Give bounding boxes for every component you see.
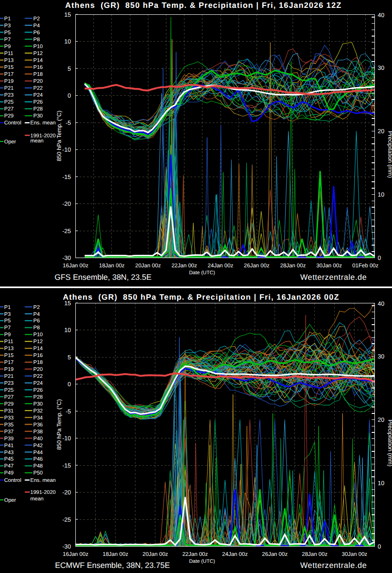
svg-text:P33: P33 <box>4 415 13 421</box>
svg-text:P8: P8 <box>33 325 40 331</box>
svg-text:5: 5 <box>67 354 71 361</box>
svg-text:850 hPa Temp. (°C): 850 hPa Temp. (°C) <box>56 111 62 161</box>
svg-text:P4: P4 <box>33 312 40 317</box>
svg-text:5: 5 <box>67 65 71 72</box>
svg-text:P24: P24 <box>33 92 43 98</box>
svg-text:22Jan 00z: 22Jan 00z <box>172 262 197 269</box>
svg-text:P11: P11 <box>4 51 13 56</box>
svg-text:0: 0 <box>378 254 381 261</box>
svg-text:P17: P17 <box>4 72 13 77</box>
svg-text:P20: P20 <box>33 79 43 84</box>
svg-text:P38: P38 <box>33 429 43 435</box>
svg-text:P31: P31 <box>4 408 13 414</box>
svg-text:30Jan 00z: 30Jan 00z <box>316 262 342 269</box>
svg-text:P49: P49 <box>4 470 13 476</box>
svg-text:24Jan 00z: 24Jan 00z <box>222 551 248 557</box>
svg-text:P12: P12 <box>33 51 43 56</box>
svg-text:P30: P30 <box>33 113 43 119</box>
svg-text:ECMWF Ensemble, 38N, 23.75E: ECMWF Ensemble, 38N, 23.75E <box>55 561 170 570</box>
svg-text:P36: P36 <box>33 422 43 428</box>
svg-text:P23: P23 <box>4 92 13 98</box>
svg-text:P21: P21 <box>4 374 13 379</box>
svg-text:P18: P18 <box>33 72 43 77</box>
svg-text:28Jan 00z: 28Jan 00z <box>302 551 327 557</box>
svg-text:P22: P22 <box>33 374 43 379</box>
svg-text:-5: -5 <box>66 119 71 126</box>
svg-text:-15: -15 <box>62 173 71 180</box>
svg-text:P37: P37 <box>4 429 13 435</box>
svg-text:P8: P8 <box>33 37 40 43</box>
svg-text:P2: P2 <box>33 16 40 22</box>
svg-text:-20: -20 <box>62 200 71 207</box>
svg-text:10: 10 <box>378 191 384 198</box>
svg-text:P7: P7 <box>4 325 11 331</box>
svg-text:P16: P16 <box>33 353 43 358</box>
svg-text:P35: P35 <box>4 422 13 428</box>
svg-text:Ens. mean: Ens. mean <box>31 120 56 126</box>
svg-text:P3: P3 <box>4 23 11 29</box>
svg-text:Oper: Oper <box>4 139 16 145</box>
svg-text:P19: P19 <box>4 367 13 372</box>
svg-text:-20: -20 <box>62 489 71 496</box>
svg-text:20: 20 <box>378 416 384 423</box>
svg-text:P17: P17 <box>4 360 13 365</box>
svg-text:P27: P27 <box>4 106 13 112</box>
svg-text:18Jan 00z: 18Jan 00z <box>103 551 128 557</box>
svg-text:P4: P4 <box>33 23 40 29</box>
svg-text:P23: P23 <box>4 381 13 386</box>
svg-text:P26: P26 <box>33 99 43 105</box>
svg-text:P10: P10 <box>33 332 43 338</box>
svg-text:P50: P50 <box>33 470 43 476</box>
svg-text:30Jan 00z: 30Jan 00z <box>342 551 367 557</box>
svg-text:-30: -30 <box>62 254 71 261</box>
svg-text:-10: -10 <box>62 435 71 442</box>
svg-text:P18: P18 <box>33 360 43 365</box>
svg-text:Control: Control <box>4 120 21 126</box>
svg-text:P13: P13 <box>4 346 13 351</box>
svg-text:P14: P14 <box>33 346 43 351</box>
svg-text:P11: P11 <box>4 339 13 345</box>
svg-text:20: 20 <box>378 128 384 135</box>
svg-text:Precipitation (mm): Precipitation (mm) <box>387 419 392 466</box>
svg-text:P46: P46 <box>33 456 43 462</box>
svg-text:850 hPa Temp. (°C): 850 hPa Temp. (°C) <box>56 399 62 450</box>
svg-text:P34: P34 <box>33 415 43 421</box>
svg-text:P25: P25 <box>4 388 13 393</box>
svg-text:0: 0 <box>378 543 381 550</box>
svg-text:P47: P47 <box>4 463 13 469</box>
svg-text:1991-2020: 1991-2020 <box>31 490 56 495</box>
svg-text:P9: P9 <box>4 332 11 338</box>
svg-text:P5: P5 <box>4 30 11 36</box>
svg-text:P1: P1 <box>4 305 11 310</box>
svg-text:P28: P28 <box>33 394 43 400</box>
svg-text:GFS Ensemble, 38N, 23.5E: GFS Ensemble, 38N, 23.5E <box>55 273 152 282</box>
svg-text:-10: -10 <box>62 146 71 153</box>
svg-text:P14: P14 <box>33 58 43 63</box>
svg-text:P21: P21 <box>4 86 13 91</box>
svg-text:P30: P30 <box>33 401 43 407</box>
svg-text:P22: P22 <box>33 86 43 91</box>
svg-text:P41: P41 <box>4 443 13 449</box>
svg-text:P7: P7 <box>4 37 11 43</box>
svg-text:-5: -5 <box>66 408 71 415</box>
svg-text:-25: -25 <box>62 516 71 523</box>
svg-text:18Jan 00z: 18Jan 00z <box>99 262 124 269</box>
svg-text:P6: P6 <box>33 318 40 324</box>
svg-text:P45: P45 <box>4 456 13 462</box>
svg-text:P40: P40 <box>33 436 43 442</box>
svg-text:P27: P27 <box>4 394 13 400</box>
svg-text:10: 10 <box>378 480 384 487</box>
svg-text:mean: mean <box>31 138 44 144</box>
svg-text:30: 30 <box>378 64 384 71</box>
svg-text:16Jan 00z: 16Jan 00z <box>63 551 88 557</box>
svg-text:Oper: Oper <box>4 498 16 503</box>
svg-text:15: 15 <box>64 11 71 18</box>
svg-text:1991-2020: 1991-2020 <box>31 133 56 139</box>
svg-text:-15: -15 <box>62 462 71 469</box>
svg-text:-30: -30 <box>62 543 71 550</box>
svg-text:P44: P44 <box>33 450 43 456</box>
svg-text:-25: -25 <box>62 228 71 234</box>
svg-text:P32: P32 <box>33 408 43 414</box>
svg-text:P5: P5 <box>4 318 11 324</box>
svg-text:26Jan 00z: 26Jan 00z <box>262 551 288 557</box>
